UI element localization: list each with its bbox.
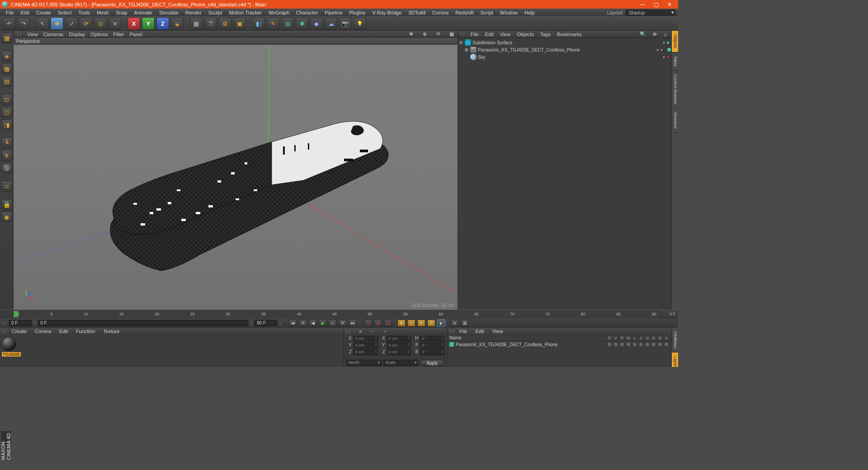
tree-row-sky[interactable]: Sky (458, 53, 671, 61)
texture-mode-button[interactable]: ▩ (1, 63, 12, 74)
objtab-bookmarks[interactable]: Bookmarks (554, 32, 585, 37)
layer-dot-g[interactable] (646, 343, 649, 346)
light-button[interactable] (354, 17, 366, 30)
size-z-field[interactable]: 0 cm (387, 349, 411, 355)
attr-col-e[interactable]: E (657, 336, 663, 340)
menu-plugins[interactable]: Plugins (346, 9, 368, 16)
obj-search-icon[interactable]: 🔍 (637, 31, 649, 37)
coord-space-select[interactable]: World (346, 360, 382, 366)
vp-nav-zoom-icon[interactable]: ⊕ (421, 31, 428, 38)
layer-dot-e[interactable] (658, 343, 662, 346)
layout-select[interactable]: Startup (626, 9, 675, 16)
attr-body[interactable]: Panasonic_KX_TGJ420E_DECT_Cordless_Phone (448, 341, 671, 367)
menu-pipeline[interactable]: Pipeline (321, 9, 345, 16)
menu-script[interactable]: Script (477, 9, 496, 16)
close-button[interactable]: ✕ (663, 0, 676, 9)
panel-grip-icon[interactable]: ⫶⫶ (460, 32, 465, 37)
generator-button[interactable]: ◍ (281, 17, 294, 30)
rot-p-field[interactable]: 0 ° (420, 343, 444, 348)
coord-mode-rot[interactable]: ← (383, 329, 388, 334)
move-tool[interactable] (51, 17, 63, 30)
key-scale-button[interactable]: ⤢ (407, 320, 415, 327)
spline-pen-button[interactable] (267, 17, 279, 30)
axis-y-toggle[interactable]: Y (142, 17, 155, 30)
model-mode-button[interactable]: ◈ (1, 51, 12, 61)
lock-button[interactable]: 🔒 (1, 199, 12, 210)
undo-button[interactable]: ↶ (3, 17, 15, 30)
record-button[interactable]: ● (364, 320, 372, 327)
objtab-file[interactable]: File (468, 32, 481, 37)
layer-name[interactable]: Panasonic_KX_TGJ420E_DECT_Cordless_Phone (456, 342, 606, 347)
vp-menu-view[interactable]: View (27, 32, 38, 37)
pos-x-field[interactable]: 0 cm (354, 336, 378, 342)
vp-menu-panel[interactable]: Panel (130, 32, 142, 37)
menu-edit[interactable]: Edit (18, 9, 33, 16)
autokey-button[interactable]: ◉ (374, 320, 382, 327)
sidetab-takes[interactable]: Takes (672, 52, 678, 71)
size-y-field[interactable]: 0 cm (387, 343, 411, 348)
tree-label[interactable]: Panasonic_KX_TGJ420E_DECT_Cordless_Phone (478, 47, 656, 52)
menu-help[interactable]: Help (521, 9, 538, 16)
vp-nav-rotate-icon[interactable]: ⟳ (435, 31, 441, 38)
axis-z-toggle[interactable]: Z (156, 17, 169, 30)
key-param-button[interactable]: P (427, 320, 435, 327)
sidetab-attributes[interactable]: Attributes (672, 328, 678, 352)
sidetab-layers[interactable]: Layers (672, 352, 678, 367)
redo-button[interactable]: ↷ (17, 17, 30, 30)
key-pla-button[interactable]: ◐ (437, 320, 445, 327)
vis-editor-dot[interactable] (656, 48, 659, 52)
maximize-button[interactable]: ▢ (649, 0, 663, 9)
material-item[interactable]: TGJ420E (2, 337, 21, 357)
coord-scale-select[interactable]: Scale (383, 360, 419, 366)
menu-motiontracker[interactable]: Motion Tracker (226, 9, 265, 16)
deformer-button[interactable]: ◆ (310, 17, 323, 30)
menu-corona[interactable]: Corona (429, 9, 452, 16)
vis-render-dot[interactable] (666, 56, 670, 59)
axis-x-toggle[interactable]: X (127, 17, 140, 30)
dopesheet-button[interactable]: ▥ (461, 320, 469, 327)
timeline-ruler[interactable]: 0510 152025 303540 455055 606570 758085 … (14, 310, 660, 319)
layer-dot-r[interactable] (620, 343, 624, 346)
vis-editor-dot[interactable] (662, 56, 665, 59)
menu-create[interactable]: Create (33, 9, 54, 16)
menu-animate[interactable]: Animate (131, 9, 156, 16)
menu-sculpt[interactable]: Sculpt (205, 9, 226, 16)
tree-row-subdiv[interactable]: ⊟ Subdivision Surface (458, 39, 671, 46)
obj-home-icon[interactable]: ⌂ (661, 32, 670, 37)
timeline[interactable]: 0510 152025 303540 455055 606570 758085 … (0, 310, 678, 318)
layer-dot-v[interactable] (614, 343, 618, 346)
viewport-3d[interactable]: Grid Spacing : 10 cm (14, 45, 458, 310)
sds-weight-button[interactable]: Ⓢ (1, 163, 12, 174)
vp-menu-cameras[interactable]: Cameras (43, 32, 64, 37)
menu-tools[interactable]: Tools (75, 9, 93, 16)
camera-button[interactable]: 📷 (339, 17, 352, 30)
fcurve-button[interactable]: ≋ (451, 320, 459, 327)
attr-layer-row[interactable]: Panasonic_KX_TGJ420E_DECT_Cordless_Phone (448, 341, 671, 348)
mattab-function[interactable]: Function (72, 329, 99, 334)
objtab-view[interactable]: View (497, 32, 514, 37)
material-preview-icon[interactable] (2, 337, 16, 351)
frame-end-field[interactable] (255, 320, 277, 326)
vp-menu-display[interactable]: Display (69, 32, 85, 37)
step-back-button[interactable]: ◀ (309, 320, 317, 327)
tree-label[interactable]: Sky (478, 55, 662, 60)
tree-label[interactable]: Subdivision Surface (472, 40, 662, 45)
key-pos-button[interactable]: ✥ (397, 320, 406, 327)
menu-select[interactable]: Select (55, 9, 75, 16)
menu-render[interactable]: Render (182, 9, 205, 16)
menu-mograph[interactable]: MoGraph (265, 9, 292, 16)
menu-mesh[interactable]: Mesh (94, 9, 112, 16)
layer-dot-d[interactable] (652, 343, 656, 346)
attr-col-s[interactable]: S (606, 336, 613, 340)
axis-tool-button[interactable]: ┗ (1, 137, 12, 148)
vis-render-dot[interactable] (666, 41, 670, 44)
layer-dot-s[interactable] (608, 343, 611, 346)
attr-col-x[interactable]: X (663, 336, 670, 340)
vis-render-dot[interactable] (660, 48, 663, 52)
attr-col-m[interactable]: M (625, 336, 632, 340)
layer-dot-a[interactable] (639, 343, 643, 346)
size-x-field[interactable]: 0 cm (387, 336, 411, 342)
environment-button[interactable]: ☁ (325, 17, 337, 30)
coord-mode-pos[interactable]: ≡ (359, 329, 362, 334)
attrtab-file[interactable]: File (456, 329, 471, 334)
